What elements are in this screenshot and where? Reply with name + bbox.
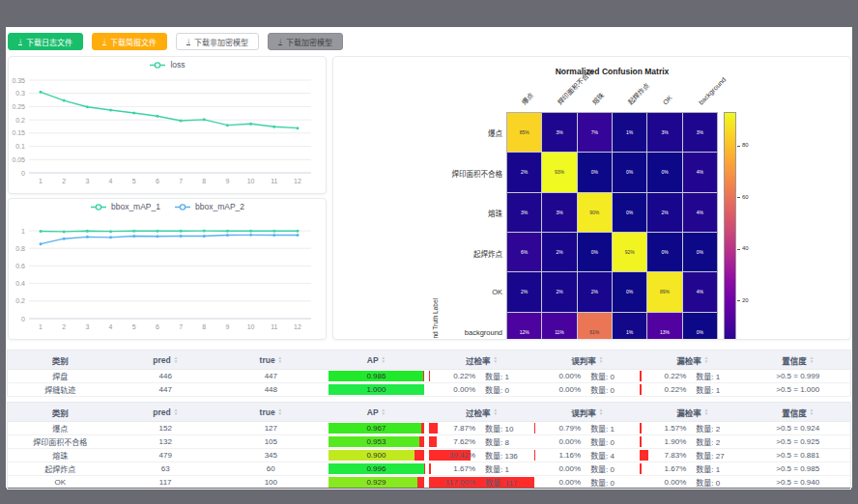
overdetect-cell: 39.42%数量: 136 bbox=[429, 449, 534, 462]
matrix-cell: 2% bbox=[542, 272, 576, 311]
column-header: true▲▼ bbox=[218, 403, 324, 422]
rate-cell: 0.00%数量: 0 bbox=[534, 462, 640, 475]
pred-cell: 132 bbox=[113, 435, 218, 449]
sort-icon[interactable]: ▲▼ bbox=[382, 408, 386, 416]
table-row: OK1171000.929117.00%数量: 1170.00%数量: 00.0… bbox=[8, 476, 851, 490]
column-header-label: pred bbox=[153, 355, 170, 365]
column-header-label: 类别 bbox=[52, 354, 69, 366]
download-report-file-button[interactable]: ↓下载简报文件 bbox=[92, 33, 167, 50]
confidence-cell: >0.5 = 1.000 bbox=[745, 383, 850, 397]
svg-text:3: 3 bbox=[85, 323, 89, 330]
svg-text:7: 7 bbox=[179, 178, 183, 184]
matrix-cell: 0% bbox=[613, 272, 646, 311]
header-row: 类别pred▲▼true▲▼AP▲▼过检率▲▼误判率▲▼漏检率▲▼置信度▲▼ bbox=[8, 403, 851, 422]
sort-icon[interactable]: ▲▼ bbox=[174, 408, 178, 416]
column-header: 误判率▲▼ bbox=[534, 403, 640, 422]
colorbar bbox=[724, 112, 736, 340]
rate-value: 0.79% bbox=[534, 424, 581, 433]
metrics-table: 类别pred▲▼true▲▼AP▲▼过检率▲▼误判率▲▼漏检率▲▼置信度▲▼爆点… bbox=[7, 402, 851, 490]
metrics-tables: 类别pred▲▼true▲▼AP▲▼过检率▲▼误判率▲▼漏检率▲▼置信度▲▼焊盘… bbox=[7, 350, 851, 494]
rate-cell: 0.22%数量: 1 bbox=[640, 370, 745, 382]
column-header-label: 漏检率 bbox=[676, 354, 701, 366]
column-header-label: true bbox=[260, 355, 275, 365]
legend-item-loss[interactable]: loss bbox=[149, 60, 185, 70]
sort-icon[interactable]: ▲▼ bbox=[494, 408, 498, 416]
legend-label: bbox_mAP_2 bbox=[195, 202, 244, 211]
map-line-chart: 00.20.40.60.81123456789101112 bbox=[9, 199, 327, 340]
category-cell: 爆点 bbox=[8, 422, 113, 435]
legend-label: loss bbox=[170, 60, 185, 70]
rate-count: 数量: 1 bbox=[581, 423, 634, 434]
column-header: 过检率▲▼ bbox=[429, 403, 534, 422]
rate-count: 数量: 0 bbox=[581, 436, 634, 447]
rate-count: 数量: 117 bbox=[475, 477, 529, 488]
rate-value: 0.00% bbox=[534, 385, 581, 394]
rate-cell: 1.57%数量: 2 bbox=[640, 422, 745, 434]
download-icon: ↓ bbox=[278, 38, 282, 45]
dashboard-page: ↓下载日志文件↓下载简报文件↓下载非加密模型↓下载加密模型 loss00.050… bbox=[6, 27, 852, 488]
ap-bar: 0.967 bbox=[329, 423, 424, 434]
rate-count: 数量: 4 bbox=[581, 450, 634, 461]
button-label: 下载简报文件 bbox=[110, 37, 157, 47]
svg-text:0.2: 0.2 bbox=[15, 117, 25, 124]
column-header: 过检率▲▼ bbox=[429, 350, 534, 370]
rate-value: 0.00% bbox=[534, 478, 581, 487]
true-cell: 60 bbox=[218, 462, 324, 476]
sort-icon[interactable]: ▲▼ bbox=[810, 408, 814, 416]
sort-icon[interactable]: ▲▼ bbox=[278, 356, 282, 364]
rate-value: 0.00% bbox=[534, 372, 581, 380]
rate-value: 7.83% bbox=[640, 451, 686, 460]
download-unencrypted-model-button[interactable]: ↓下载非加密模型 bbox=[176, 33, 259, 50]
rate-cell: 7.87%数量: 10 bbox=[429, 422, 534, 434]
misjudge-cell: 0.00%数量: 0 bbox=[534, 462, 640, 476]
sort-icon[interactable]: ▲▼ bbox=[704, 356, 708, 364]
sort-icon[interactable]: ▲▼ bbox=[704, 408, 708, 416]
sort-icon[interactable]: ▲▼ bbox=[494, 356, 498, 364]
true-cell: 345 bbox=[218, 449, 324, 462]
table-row: 焊印面积不合格1321050.9537.62%数量: 80.00%数量: 01.… bbox=[8, 435, 851, 449]
matrix-cell: 92% bbox=[613, 233, 646, 271]
button-label: 下载非加密模型 bbox=[194, 37, 248, 47]
sort-icon[interactable]: ▲▼ bbox=[599, 408, 603, 416]
sort-icon[interactable]: ▲▼ bbox=[810, 356, 814, 364]
ap-value: 0.996 bbox=[329, 463, 424, 474]
chart-legend: bbox_mAP_1bbox_mAP_2 bbox=[9, 202, 326, 211]
rate-count: 数量: 1 bbox=[686, 371, 739, 381]
column-header: 置信度▲▼ bbox=[745, 403, 850, 422]
matrix-cell: 3% bbox=[542, 193, 576, 232]
legend-label: bbox_mAP_1 bbox=[111, 202, 160, 211]
matrix-column-label: background bbox=[697, 75, 729, 107]
svg-text:0.6: 0.6 bbox=[15, 263, 25, 269]
rate-count: 数量: 0 bbox=[475, 384, 529, 395]
legend-item-bbox_mAP_1[interactable]: bbox_mAP_1 bbox=[90, 202, 160, 211]
svg-text:1: 1 bbox=[21, 228, 25, 235]
overdetect-cell: 1.67%数量: 1 bbox=[429, 462, 534, 476]
category-cell: 焊盘 bbox=[8, 370, 113, 383]
download-icon: ↓ bbox=[102, 38, 106, 45]
rate-count: 数量: 136 bbox=[475, 450, 529, 461]
rate-count: 数量: 0 bbox=[581, 463, 634, 474]
confidence-cell: >0.5 = 0.940 bbox=[745, 476, 850, 490]
sort-icon[interactable]: ▲▼ bbox=[278, 408, 282, 416]
rate-count: 数量: 1 bbox=[686, 463, 739, 474]
miss-cell: 7.83%数量: 27 bbox=[640, 449, 745, 462]
svg-text:5: 5 bbox=[132, 323, 136, 330]
miss-cell: 1.57%数量: 2 bbox=[640, 422, 745, 435]
matrix-cell: 2% bbox=[578, 272, 612, 311]
download-encrypted-model-button[interactable]: ↓下载加密模型 bbox=[268, 33, 343, 50]
sort-icon[interactable]: ▲▼ bbox=[599, 356, 603, 364]
svg-text:4: 4 bbox=[109, 178, 113, 184]
sort-icon[interactable]: ▲▼ bbox=[382, 356, 386, 364]
true-cell: 105 bbox=[218, 435, 324, 449]
column-header: pred▲▼ bbox=[113, 350, 218, 370]
column-header-label: 误判率 bbox=[571, 406, 596, 418]
download-log-file-button[interactable]: ↓下载日志文件 bbox=[8, 33, 83, 50]
svg-text:0.35: 0.35 bbox=[12, 77, 25, 84]
rate-cell: 1.90%数量: 2 bbox=[640, 435, 745, 448]
legend-item-bbox_mAP_2[interactable]: bbox_mAP_2 bbox=[174, 202, 244, 211]
ap-cell: 0.967 bbox=[324, 422, 429, 435]
matrix-cell: 6% bbox=[507, 233, 541, 271]
category-cell: 焊缝轨迹 bbox=[8, 383, 113, 397]
sort-icon[interactable]: ▲▼ bbox=[174, 356, 178, 364]
column-header-label: 误判率 bbox=[571, 354, 596, 366]
